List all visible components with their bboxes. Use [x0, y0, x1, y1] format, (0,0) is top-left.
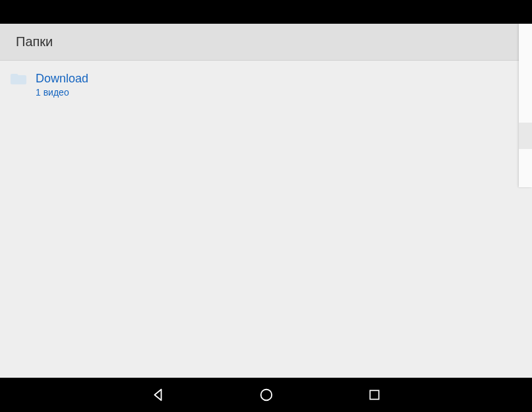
status-bar: [0, 0, 532, 24]
header: Папки: [0, 24, 532, 61]
home-button[interactable]: [258, 387, 274, 403]
recent-apps-button[interactable]: [367, 387, 382, 403]
folder-text: Download 1 видео: [36, 71, 88, 100]
svg-rect-1: [370, 390, 378, 399]
folder-icon: [11, 73, 26, 86]
side-panel-segment: [519, 123, 532, 149]
folder-list: Download 1 видео: [0, 61, 532, 110]
folder-count: 1 видео: [36, 86, 88, 100]
content-area: Папки Download 1 видео: [0, 24, 532, 378]
navigation-bar: [0, 378, 532, 412]
folder-name: Download: [36, 71, 88, 86]
side-panel: [519, 24, 532, 187]
folder-item-download[interactable]: Download 1 видео: [0, 66, 532, 105]
page-title: Папки: [16, 34, 53, 49]
back-button[interactable]: [150, 387, 166, 403]
svg-point-0: [260, 390, 272, 401]
